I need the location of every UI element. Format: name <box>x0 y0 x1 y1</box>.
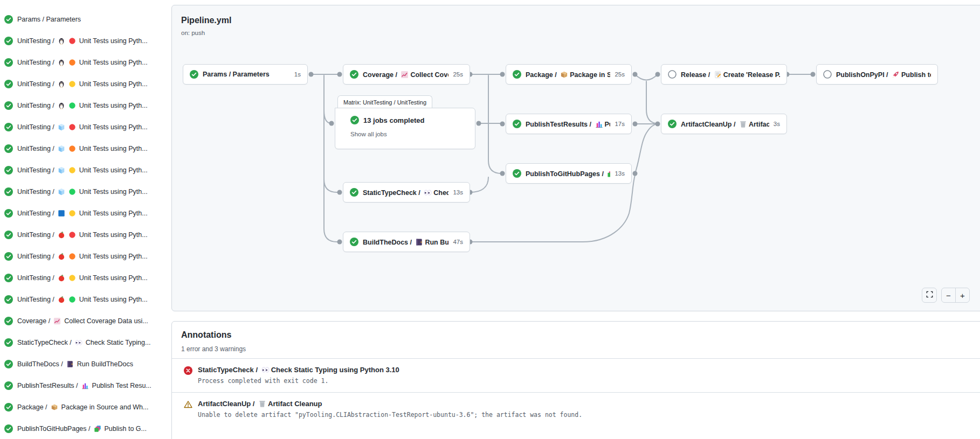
success-check-icon <box>4 360 13 368</box>
book-icon <box>66 360 74 368</box>
success-check-icon <box>4 37 13 45</box>
sidebar-job-item[interactable]: UnitTesting / Unit Tests using Pyth... <box>0 203 170 224</box>
jobs-sidebar: Params / Parameters UnitTesting / Unit T… <box>0 0 170 439</box>
success-check-icon <box>4 252 13 261</box>
eyes-icon <box>75 339 82 346</box>
annotation-message: Unable to delete artifact "pyTooling.CLI… <box>198 411 582 419</box>
penguin-icon <box>58 80 65 88</box>
apple-icon <box>58 231 65 239</box>
sidebar-job-label: UnitTesting / Unit Tests using Pyth... <box>17 188 148 196</box>
annotation-title-link[interactable]: StaticTypeCheck / Check Static Typing us… <box>198 366 399 374</box>
sidebar-job-item[interactable]: UnitTesting / Unit Tests using Pyth... <box>0 138 170 159</box>
success-check-icon <box>4 274 13 282</box>
sidebar-job-item[interactable]: UnitTesting / Unit Tests using Pyth... <box>0 52 170 73</box>
job-duration: 25s <box>453 71 463 78</box>
chart-up-icon <box>401 71 409 79</box>
bluesquare-icon <box>58 210 65 217</box>
workflow-node-params[interactable]: Params / Parameters 1s <box>183 64 308 85</box>
sidebar-job-item[interactable]: UnitTesting / Unit Tests using Pyth... <box>0 116 170 138</box>
sidebar-job-item[interactable]: UnitTesting / Unit Tests using Pyth... <box>0 267 170 289</box>
workflow-node-artifactcleanup[interactable]: ArtifactCleanUp / Artifac... 3s <box>661 114 787 134</box>
job-duration: 17s <box>615 121 625 127</box>
job-duration: 25s <box>615 71 625 78</box>
success-check-icon <box>4 338 13 347</box>
skipped-circle-icon <box>668 70 677 79</box>
success-check-icon <box>4 231 13 239</box>
penguin-icon <box>58 102 65 109</box>
workflow-node-package[interactable]: Package / Package in So... 25s <box>506 64 632 85</box>
sidebar-job-item[interactable]: PublishToGitHubPages / Publish to G... <box>0 418 170 439</box>
workflow-node-statictypecheck[interactable]: StaticTypeCheck / Chec... 13s <box>343 182 470 203</box>
sidebar-job-item[interactable]: UnitTesting / Unit Tests using Pyth... <box>0 30 170 52</box>
sidebar-job-label: UnitTesting / Unit Tests using Pyth... <box>17 296 148 303</box>
workflow-node-buildthedocs[interactable]: BuildTheDocs / Run Buil... 47s <box>343 232 470 252</box>
success-check-icon <box>4 209 13 218</box>
sidebar-job-item[interactable]: UnitTesting / Unit Tests using Pyth... <box>0 224 170 246</box>
sidebar-job-item[interactable]: PublishTestResults / Publish Test Resu..… <box>0 375 170 396</box>
sidebar-job-item[interactable]: UnitTesting / Unit Tests using Pyth... <box>0 289 170 310</box>
fullscreen-button[interactable] <box>922 288 937 303</box>
sidebar-job-item[interactable]: Package / Package in Source and Wh... <box>0 396 170 418</box>
workflow-node-coverage[interactable]: Coverage / Collect Cove... 25s <box>343 64 470 85</box>
sidebar-job-item[interactable]: UnitTesting / Unit Tests using Pyth... <box>0 95 170 116</box>
dot-yellow-icon <box>68 166 76 174</box>
icecube-icon <box>58 123 65 131</box>
success-check-icon <box>4 101 13 110</box>
sidebar-job-item[interactable]: Coverage / Collect Coverage Data usi... <box>0 310 170 332</box>
sidebar-job-item[interactable]: BuildTheDocs / Run BuildTheDocs <box>0 353 170 375</box>
success-check-icon <box>4 295 13 304</box>
sidebar-job-item[interactable]: UnitTesting / Unit Tests using Pyth... <box>0 73 170 95</box>
annotation-item: StaticTypeCheck / Check Static Typing us… <box>172 358 980 392</box>
workflow-node-release[interactable]: Release / Create 'Release P... <box>661 64 787 85</box>
sidebar-job-label: Coverage / Collect Coverage Data usi... <box>17 317 148 325</box>
rocket-icon <box>892 71 900 79</box>
zoom-out-button[interactable]: − <box>942 288 956 302</box>
sidebar-job-label: UnitTesting / Unit Tests using Pyth... <box>17 145 148 152</box>
sidebar-job-label: UnitTesting / Unit Tests using Pyth... <box>17 253 148 260</box>
workflow-node-publishonpypi[interactable]: PublishOnPyPI / Publish to ... <box>816 64 938 85</box>
eyes-icon <box>424 189 432 197</box>
dot-yellow-icon <box>68 80 76 88</box>
apple-icon <box>58 253 65 260</box>
sidebar-job-item[interactable]: UnitTesting / Unit Tests using Pyth... <box>0 159 170 181</box>
sidebar-job-label: UnitTesting / Unit Tests using Pyth... <box>17 274 148 282</box>
workflow-node-publishtogithubpages[interactable]: PublishToGitHubPages / ... 13s <box>506 163 632 184</box>
penguin-icon <box>58 59 65 66</box>
annotations-list: StaticTypeCheck / Check Static Typing us… <box>172 358 980 426</box>
success-check-icon <box>350 238 358 246</box>
success-check-icon <box>4 144 13 153</box>
job-duration: 13s <box>615 170 625 177</box>
zoom-in-button[interactable]: + <box>956 288 969 302</box>
job-duration: 1s <box>294 71 301 78</box>
matrix-tab-label: Matrix: UnitTesting / UnitTesting <box>337 95 432 109</box>
sidebar-job-item[interactable]: Params / Parameters <box>0 9 170 30</box>
sidebar-job-label: UnitTesting / Unit Tests using Pyth... <box>17 123 148 131</box>
success-check-icon <box>350 70 358 79</box>
matrix-card[interactable]: 13 jobs completed Show all jobs <box>335 108 475 149</box>
trash-icon <box>258 400 266 408</box>
success-check-icon <box>4 317 13 325</box>
success-check-icon <box>4 187 13 196</box>
success-check-icon <box>4 123 13 131</box>
success-check-icon <box>4 424 13 433</box>
sidebar-job-label: StaticTypeCheck / Check Static Typing... <box>17 339 150 346</box>
success-check-icon <box>513 169 521 178</box>
package-icon <box>51 403 58 411</box>
job-duration: 3s <box>774 121 780 127</box>
trash-icon <box>739 120 747 128</box>
dot-green-icon <box>68 102 76 109</box>
sidebar-job-item[interactable]: StaticTypeCheck / Check Static Typing... <box>0 332 170 353</box>
sidebar-job-item[interactable]: UnitTesting / Unit Tests using Pyth... <box>0 181 170 203</box>
warning-icon <box>184 400 192 409</box>
sidebar-job-label: PublishTestResults / Publish Test Resu..… <box>17 382 151 389</box>
annotation-title-link[interactable]: ArtifactCleanUp / Artifact Cleanup <box>198 400 582 408</box>
sidebar-job-item[interactable]: UnitTesting / Unit Tests using Pyth... <box>0 246 170 267</box>
workflow-node-publishtestresults[interactable]: PublishTestResults / Pu... 17s <box>506 114 632 134</box>
dot-orange-icon <box>68 145 76 152</box>
eyes-icon <box>261 366 270 374</box>
annotations-subtitle: 1 error and 3 warnings <box>181 345 246 353</box>
sidebar-job-label: UnitTesting / Unit Tests using Pyth... <box>17 210 148 217</box>
annotations-title: Annotations <box>181 330 231 340</box>
fullscreen-icon <box>926 290 934 301</box>
show-all-jobs-link[interactable]: Show all jobs <box>350 131 387 137</box>
